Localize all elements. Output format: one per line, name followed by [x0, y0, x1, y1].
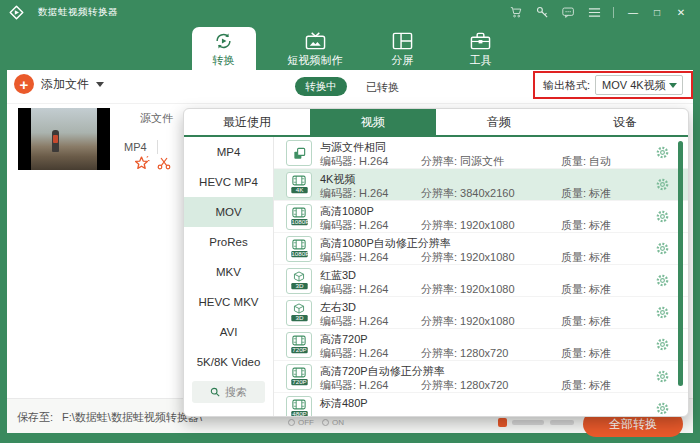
add-file-button[interactable]: + 添加文件 — [14, 74, 104, 94]
cart-icon[interactable] — [510, 6, 523, 19]
minimize-button[interactable]: — — [626, 6, 640, 19]
sidebar-item-mkv[interactable]: MKV — [184, 257, 273, 287]
settings-gear-icon[interactable] — [655, 305, 670, 320]
option-checkbox[interactable] — [498, 418, 507, 427]
format-row[interactable]: 3D红蓝3D编码器: H.264分辨率: 1920x1080质量: 标准 — [274, 265, 688, 297]
convert-icon — [213, 31, 234, 51]
format-search-button[interactable]: 搜索 — [192, 381, 265, 403]
format-divider — [157, 140, 158, 154]
cube-format-icon: 3D — [286, 300, 312, 326]
search-label: 搜索 — [225, 385, 247, 400]
format-row[interactable]: 1080P高清1080P自动修正分辨率编码器: H.264分辨率: 1920x1… — [274, 233, 688, 265]
format-name: 高清720P自动修正分辨率 — [320, 364, 445, 379]
format-tab[interactable]: 音频 — [436, 109, 562, 135]
scrollbar[interactable] — [678, 141, 683, 386]
format-name: 红蓝3D — [320, 268, 356, 283]
format-row[interactable]: 与源文件相同编码器: H.264分辨率: 同源文件质量: 自动 — [274, 137, 688, 169]
output-format-value: MOV 4K视频 — [602, 78, 666, 93]
format-resolution: 分辨率: 1280x720 — [421, 346, 508, 361]
output-format-label: 输出格式: — [543, 78, 590, 93]
format-encoder: 编码器: H.264 — [320, 314, 388, 329]
format-encoder: 编码器: H.264 — [320, 250, 388, 265]
format-name: 标清480P — [320, 396, 368, 411]
sidebar-item-mp4[interactable]: MP4 — [184, 137, 273, 167]
format-name: 4K视频 — [320, 172, 355, 187]
format-row[interactable]: 4K4K视频编码器: H.264分辨率: 3840x2160质量: 标准 — [274, 169, 688, 201]
format-row[interactable]: 3D左右3D编码器: H.264分辨率: 1920x1080质量: 标准 — [274, 297, 688, 329]
format-encoder: 编码器: H.264 — [320, 154, 388, 169]
titlebar: 数据蛙视频转换器 —□✕ — [0, 0, 700, 25]
save-path-field[interactable]: F:\数据蛙\数据蛙视频转换器\ — [62, 410, 202, 425]
format-quality: 质量: 标准 — [561, 186, 611, 201]
settings-gear-icon[interactable] — [655, 369, 670, 384]
nav-tab-tv[interactable]: 短视频制作 — [278, 27, 353, 70]
format-badge: 1080P — [291, 219, 307, 225]
format-quality: 质量: 标准 — [561, 250, 611, 265]
menu-icon[interactable] — [588, 6, 601, 19]
format-resolution: 分辨率: 1920x1080 — [421, 218, 515, 233]
format-quality: 质量: 标准 — [561, 218, 611, 233]
nav-tabs: 转换短视频制作分屏工具 — [0, 25, 700, 70]
format-encoder: 编码器: H.264 — [320, 282, 388, 297]
maximize-button[interactable]: □ — [650, 6, 664, 19]
sidebar-item-hevc-mp4[interactable]: HEVC MP4 — [184, 167, 273, 197]
format-row[interactable]: 480P标清480P — [274, 393, 688, 416]
format-resolution: 分辨率: 1920x1080 — [421, 314, 515, 329]
format-quality: 质量: 标准 — [561, 282, 611, 297]
format-tab[interactable]: 视频 — [310, 109, 436, 135]
film-format-icon: 720P — [286, 332, 312, 358]
close-button[interactable]: ✕ — [674, 6, 688, 19]
format-resolution: 分辨率: 1920x1080 — [421, 250, 515, 265]
sidebar-item-mov[interactable]: MOV — [184, 197, 273, 227]
settings-gear-icon[interactable] — [655, 241, 670, 256]
format-row[interactable]: 720P高清720P编码器: H.264分辨率: 1280x720质量: 标准 — [274, 329, 688, 361]
settings-gear-icon[interactable] — [655, 209, 670, 224]
save-to-label: 保存至: — [17, 410, 53, 425]
format-quality: 质量: 标准 — [561, 378, 611, 393]
format-resolution: 分辨率: 1280x720 — [421, 378, 508, 393]
settings-gear-icon[interactable] — [655, 337, 670, 352]
film-format-icon: 720P — [286, 364, 312, 390]
sidebar-item-prores[interactable]: ProRes — [184, 227, 273, 257]
format-sidebar: MP4HEVC MP4MOVProResMKVHEVC MKVAVI5K/8K … — [184, 137, 274, 416]
chevron-down-icon — [96, 82, 104, 87]
sidebar-item-hevc-mkv[interactable]: HEVC MKV — [184, 287, 273, 317]
output-format-select[interactable]: MOV 4K视频 — [595, 75, 683, 95]
cut-scissors-icon[interactable] — [157, 156, 171, 170]
tv-icon — [305, 31, 326, 51]
feedback-icon[interactable] — [562, 6, 575, 19]
tab-converted[interactable]: 已转换 — [366, 80, 399, 95]
cube-format-icon: 3D — [286, 268, 312, 294]
sidebar-item-5k-8k-video[interactable]: 5K/8K Video — [184, 347, 273, 377]
clipped-text-fragment — [550, 420, 574, 425]
format-quality: 质量: 自动 — [561, 154, 611, 169]
tab-converting[interactable]: 转换中 — [295, 77, 347, 96]
format-dropdown-panel: 最近使用视频音频设备 MP4HEVC MP4MOVProResMKVHEVC M… — [183, 108, 689, 417]
format-badge: 3D — [291, 283, 307, 289]
film-format-icon: 480P — [286, 396, 312, 416]
settings-gear-icon[interactable] — [655, 273, 670, 288]
format-row[interactable]: 1080P高清1080P编码器: H.264分辨率: 1920x1080质量: … — [274, 201, 688, 233]
settings-gear-icon[interactable] — [655, 401, 670, 416]
nav-tab-tools[interactable]: 工具 — [453, 27, 509, 70]
format-panel-tabs: 最近使用视频音频设备 — [184, 109, 688, 137]
on-toggle-label[interactable]: ON — [332, 418, 344, 427]
format-encoder: 编码器: H.264 — [320, 378, 388, 393]
format-badge: 3D — [291, 315, 307, 321]
format-tab[interactable]: 设备 — [562, 109, 688, 135]
format-tab[interactable]: 最近使用 — [184, 109, 310, 135]
format-name: 与源文件相同 — [320, 140, 386, 155]
nav-tab-split[interactable]: 分屏 — [375, 27, 431, 70]
sidebar-item-avi[interactable]: AVI — [184, 317, 273, 347]
effects-star-icon[interactable] — [133, 155, 150, 172]
key-icon[interactable] — [536, 6, 549, 19]
nav-tab-convert[interactable]: 转换 — [192, 27, 256, 70]
titlebar-actions: —□✕ — [510, 6, 688, 19]
format-badge: 1080P — [291, 251, 307, 257]
format-row[interactable]: 720P高清720P自动修正分辨率编码器: H.264分辨率: 1280x720… — [274, 361, 688, 393]
off-toggle-label[interactable]: OFF — [298, 418, 314, 427]
settings-gear-icon[interactable] — [655, 177, 670, 192]
format-panel-body: MP4HEVC MP4MOVProResMKVHEVC MKVAVI5K/8K … — [184, 137, 688, 416]
settings-gear-icon[interactable] — [655, 145, 670, 160]
toggle-icon — [322, 419, 329, 426]
